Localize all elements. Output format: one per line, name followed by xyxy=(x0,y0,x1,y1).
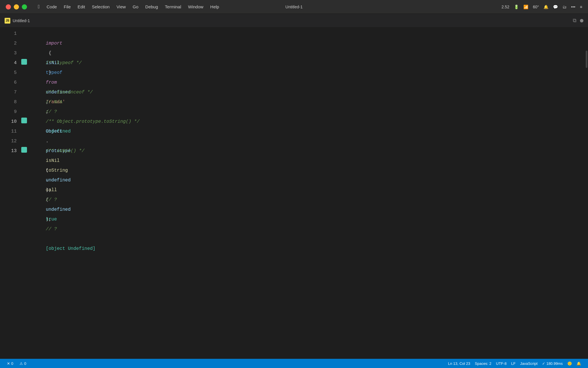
code-line-3: /** typeof */ xyxy=(29,48,584,58)
line-number: 12 xyxy=(0,136,17,146)
maximize-button[interactable] xyxy=(22,4,27,9)
line-number: 3 xyxy=(0,48,17,58)
code-content[interactable]: import { isNil } from 'ramda' ; /** type… xyxy=(28,28,584,359)
code-line-5 xyxy=(29,68,584,78)
warning-icon: ⚠ xyxy=(20,361,23,366)
keyword-undefined-13: undefined xyxy=(46,178,71,183)
gutter-marker-4 xyxy=(21,59,27,65)
statusbar-right: Ln 13, Col 23 Spaces: 2 UTF-8 LF JavaScr… xyxy=(446,359,583,368)
code-line-6: /** instanceof */ xyxy=(29,78,584,87)
result-object-undefined: [object Undefined] xyxy=(46,246,96,251)
line-number: 13 xyxy=(0,146,17,156)
list-icon: ≡ xyxy=(580,5,582,9)
statusbar-left: ✕ 0 ⚠ 0 xyxy=(5,359,28,368)
line-number: 10 xyxy=(0,117,17,126)
temp-display: 60° xyxy=(533,5,539,9)
menu-selection[interactable]: Selection xyxy=(89,3,113,10)
wifi-icon: 📶 xyxy=(523,5,528,9)
gutter-marker-13 xyxy=(21,147,27,153)
gutter xyxy=(20,28,28,359)
line-number: 4 xyxy=(0,58,17,68)
notification-bell-icon[interactable]: 🔔 xyxy=(574,359,583,368)
minimize-button[interactable] xyxy=(14,4,19,9)
editor-area: 1 2 3 4 5 6 7 8 9 10 11 12 13 import { i… xyxy=(0,28,588,359)
line-number: 7 xyxy=(0,87,17,97)
line-number: 11 xyxy=(0,126,17,136)
error-icon: ✕ xyxy=(7,361,10,366)
menu-debug[interactable]: Debug xyxy=(142,3,161,10)
traffic-lights xyxy=(6,4,27,9)
titlebar-left:  Code File Edit Selection View Go Debug… xyxy=(6,3,294,11)
tabbar-right: ⧉ xyxy=(573,18,583,24)
line-number: 5 xyxy=(0,68,17,78)
line-number: 8 xyxy=(0,97,17,107)
code-line-4: typeof undefined ; // ? undefined xyxy=(29,58,584,68)
time-display: 2.52 xyxy=(502,5,509,9)
line-number: 1 xyxy=(0,29,17,39)
code-line-1: import { isNil } from 'ramda' ; xyxy=(29,29,584,39)
error-count-label: 0 xyxy=(11,361,13,366)
encoding[interactable]: UTF-8 xyxy=(494,359,509,368)
code-line-9: /** Object.prototype.toString() */ xyxy=(29,107,584,117)
menu-code[interactable]: Code xyxy=(44,3,60,10)
line-ending[interactable]: LF xyxy=(509,359,518,368)
status-bar: ✕ 0 ⚠ 0 Ln 13, Col 23 Spaces: 2 UTF-8 LF… xyxy=(0,359,588,368)
keyword-typeof: typeof xyxy=(46,70,63,75)
comment-inline-13: // ? xyxy=(46,197,57,202)
indentation[interactable]: Spaces: 2 xyxy=(473,359,494,368)
menu-window[interactable]: Window xyxy=(185,3,206,10)
gutter-marker-10 xyxy=(21,118,27,123)
js-file-icon: JS xyxy=(5,18,10,24)
tab-title[interactable]: Untitled-1 xyxy=(13,18,30,23)
code-line-11 xyxy=(29,126,584,136)
close-button[interactable] xyxy=(6,4,11,9)
menu-view[interactable]: View xyxy=(114,3,129,10)
line-number: 9 xyxy=(0,107,17,117)
split-editor-icon[interactable]: ⧉ xyxy=(573,18,577,24)
comment-inline-4: // ? xyxy=(46,109,57,114)
finder-icon: 🗂 xyxy=(562,5,566,9)
editor-scrollbar[interactable] xyxy=(584,28,588,359)
code-line-13: isNil ( undefined ); // ? true xyxy=(29,146,584,156)
tab-bar: JS Untitled-1 ⧉ xyxy=(0,14,588,28)
smiley-icon[interactable]: 🙂 xyxy=(565,359,574,368)
fn-toString: toString xyxy=(46,168,68,173)
comment-isnil: /** isNil() */ xyxy=(46,148,84,154)
line-numbers: 1 2 3 4 5 6 7 8 9 10 11 12 13 xyxy=(0,28,20,359)
comment-inline-10: // ? xyxy=(46,227,57,232)
result-true: true xyxy=(46,217,57,222)
apple-menu[interactable]:  xyxy=(35,3,42,11)
warning-count-label: 0 xyxy=(24,361,26,366)
code-line-8 xyxy=(29,97,584,107)
overflow-icon: ••• xyxy=(571,5,575,9)
comment-tostring: /** Object.prototype.toString() */ xyxy=(46,119,140,124)
window-title: Untitled-1 xyxy=(285,5,303,9)
notification-icon: 🔔 xyxy=(543,5,548,9)
code-line-2 xyxy=(29,39,584,48)
error-count[interactable]: ✕ 0 xyxy=(5,359,16,368)
titlebar:  Code File Edit Selection View Go Debug… xyxy=(0,0,588,14)
menu-go[interactable]: Go xyxy=(130,3,141,10)
menu-edit[interactable]: Edit xyxy=(75,3,88,10)
perf-timing[interactable]: ✓ 180.99ms xyxy=(540,359,565,368)
more-options-icon[interactable] xyxy=(580,19,583,22)
titlebar-right: 2.52 🔋 📶 60° 🔔 💬 🗂 ••• ≡ xyxy=(294,5,582,9)
chat-icon: 💬 xyxy=(553,5,558,9)
battery-icon: 🔋 xyxy=(514,5,519,9)
obj-Object: Object xyxy=(46,129,63,134)
line-number: 2 xyxy=(0,39,17,48)
keyword-import: import xyxy=(46,41,63,46)
language-mode[interactable]: JavaScript xyxy=(518,359,540,368)
fn-isnil: isNil xyxy=(46,158,60,163)
code-line-7: // N/A xyxy=(29,87,584,97)
menu-file[interactable]: File xyxy=(61,3,74,10)
cursor-position[interactable]: Ln 13, Col 23 xyxy=(446,359,472,368)
menu-terminal[interactable]: Terminal xyxy=(162,3,184,10)
comment-instanceof: /** instanceof */ xyxy=(46,90,93,95)
line-number: 6 xyxy=(0,78,17,87)
menu-help[interactable]: Help xyxy=(207,3,222,10)
warning-count[interactable]: ⚠ 0 xyxy=(17,359,28,368)
code-line-12: /** isNil() */ xyxy=(29,136,584,146)
scrollbar-thumb[interactable] xyxy=(586,51,587,68)
comment-typeof: /** typeof */ xyxy=(46,60,82,66)
